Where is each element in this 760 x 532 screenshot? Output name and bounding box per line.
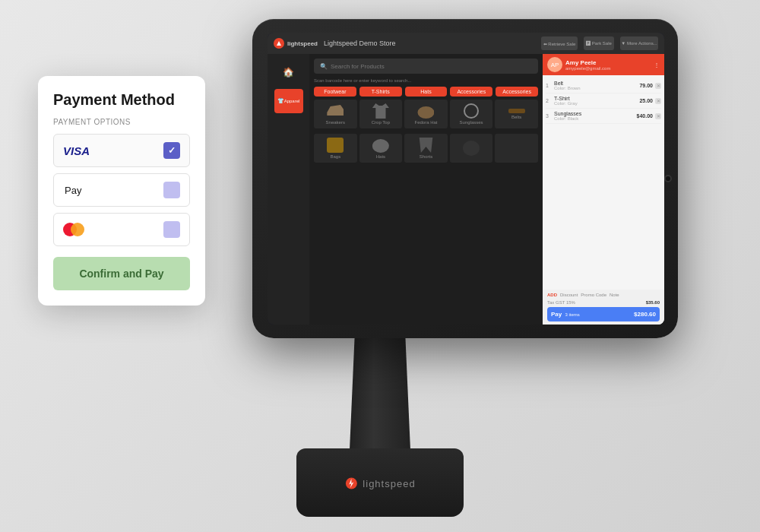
- cart-item-num-1: 1: [546, 83, 552, 88]
- customer-name: Amy Peele: [565, 59, 651, 66]
- cart-item-delete-2[interactable]: ✕: [655, 98, 661, 104]
- product-bags-label: Bags: [330, 154, 340, 159]
- payment-option-mastercard[interactable]: [53, 213, 190, 246]
- category-hats[interactable]: Hats: [405, 87, 448, 97]
- customer-options-icon[interactable]: ⋮: [654, 62, 660, 68]
- cart-item-2: 2 T-Shirt Color: Gray 25.00 ✕: [546, 93, 661, 109]
- product-hat-label: Fedora Hat: [414, 120, 437, 125]
- cart-item-3: 3 Sunglasses Color: Black $40.00 ✕: [546, 109, 661, 124]
- note-link[interactable]: Note: [610, 293, 619, 297]
- modal-title: Payment Method: [53, 91, 190, 109]
- more-btn[interactable]: ▼ More Actions...: [620, 36, 658, 50]
- customer-email: amypeele@gmail.com: [565, 66, 651, 71]
- product-shorts-label: Shorts: [420, 154, 432, 159]
- cart-items-list: 1 Belt Color: Brown 79.00 ✕ 2 T-Shirt Co…: [543, 75, 664, 290]
- category-accessories2[interactable]: Accessories: [496, 87, 538, 97]
- cart-item-name-2: T-Shirt Color: Gray: [554, 96, 637, 106]
- cart-item-delete-3[interactable]: ✕: [655, 113, 661, 119]
- confirm-pay-button[interactable]: Confirm and Pay: [53, 257, 190, 290]
- cart-item-delete-1[interactable]: ✕: [655, 83, 661, 89]
- tax-amount: $35.60: [646, 300, 660, 305]
- mastercard-icon: [63, 223, 84, 236]
- product-sneakers[interactable]: Sneakers: [314, 100, 357, 128]
- cart-item-sub-1: Color: Brown: [554, 86, 637, 90]
- tablet-center-panel: 🔍 Search for Products Scan barcode here …: [309, 54, 543, 325]
- cart-item-num-3: 3: [546, 113, 552, 119]
- croptop-img: [372, 103, 389, 119]
- product-empty2: [495, 134, 538, 163]
- category-tshirts[interactable]: T-Shirts: [359, 87, 402, 97]
- cart-item-name-3: Sunglasses Color: Black: [554, 111, 635, 121]
- park-sale-btn[interactable]: 🅿 Park Sale: [584, 36, 614, 50]
- tablet-logo: lightspeed: [274, 38, 318, 49]
- cart-item-title-2: T-Shirt: [554, 96, 637, 101]
- retail-sale-btn[interactable]: ⬅ Retrieve Sale: [541, 36, 578, 50]
- product-grid-row1: Sneakers Crop Top Fedora Hat Sunglasses: [314, 100, 538, 128]
- visa-checkbox: ✓: [163, 142, 180, 159]
- sidebar-apparel-icon: 👕: [277, 98, 284, 104]
- product-belts-label: Belts: [511, 115, 521, 119]
- add-button[interactable]: ADD: [547, 293, 557, 297]
- hat-img: [417, 103, 434, 119]
- tablet-sidebar: 🏠 👕 Apparel: [268, 54, 309, 325]
- product-bags[interactable]: Bags: [314, 134, 357, 163]
- category-footwear[interactable]: Footwear: [314, 87, 356, 97]
- search-bar[interactable]: 🔍 Search for Products: [314, 59, 538, 74]
- stand-brand-area: lightspeed: [344, 477, 415, 490]
- product-empty1: [450, 134, 493, 163]
- sidebar-item-home[interactable]: 🏠: [274, 60, 303, 84]
- visa-label: VISA: [63, 144, 163, 157]
- product-hat[interactable]: Fedora Hat: [404, 100, 448, 128]
- category-row: Footwear T-Shirts Hats Accessories Acces…: [314, 87, 538, 97]
- cart-actions-row: ADD Discount Promo Code Note: [547, 293, 660, 297]
- belts-img: [508, 109, 525, 113]
- pay-amount: $280.60: [634, 311, 656, 318]
- hats2-img: [372, 138, 389, 153]
- shorts-img: [417, 138, 434, 153]
- tablet-device: lightspeed Lightspeed Demo Store ⬅ Retri…: [252, 19, 678, 338]
- sunglasses-img: [464, 103, 479, 119]
- cart-item-sub-3: Color: Black: [554, 116, 635, 121]
- search-hint: Scan barcode here or enter keyword to se…: [314, 78, 538, 83]
- product-croptop-label: Crop Top: [372, 120, 390, 125]
- cart-item-name-1: Belt Color: Brown: [554, 81, 637, 90]
- product-sunglasses-label: Sunglasses: [460, 120, 483, 125]
- discount-link[interactable]: Discount: [560, 293, 578, 297]
- tablet-cart-panel: AP Amy Peele amypeele@gmail.com ⋮ 1 Belt…: [543, 54, 664, 325]
- tablet-content: 🏠 👕 Apparel 🔍 Search for Products Scan b…: [268, 54, 664, 325]
- pay-button[interactable]: Pay 3 items $280.60: [547, 307, 660, 321]
- tablet-nav-icons: ⬅ Retrieve Sale 🅿 Park Sale ▼ More Actio…: [541, 36, 658, 50]
- cart-item-price-1: 79.00: [639, 83, 653, 88]
- tablet-top-bar: lightspeed Lightspeed Demo Store ⬅ Retri…: [268, 33, 664, 54]
- cart-item-sub-2: Color: Gray: [554, 101, 637, 106]
- promo-link[interactable]: Promo Code: [581, 293, 606, 297]
- applepay-checkbox: [163, 182, 180, 198]
- cart-tax-row: Tax GST 15% $35.60: [547, 300, 660, 305]
- product-belts[interactable]: Belts: [495, 100, 538, 128]
- product-shorts[interactable]: Shorts: [404, 134, 448, 163]
- product-grid-row2: Bags Hats Shorts: [314, 134, 538, 163]
- cart-footer: ADD Discount Promo Code Note Tax GST 15%…: [543, 290, 664, 325]
- cart-item-title-3: Sunglasses: [554, 111, 635, 116]
- search-icon: 🔍: [320, 63, 328, 70]
- applepay-label: Pay: [63, 185, 163, 196]
- bags-img: [327, 138, 344, 153]
- modal-subtitle: Payment Options: [53, 118, 190, 126]
- product-sunglasses[interactable]: Sunglasses: [450, 100, 493, 128]
- brand-text: lightspeed: [363, 478, 415, 489]
- tax-label: Tax GST 15%: [547, 300, 575, 305]
- customer-info: Amy Peele amypeele@gmail.com: [565, 59, 651, 71]
- empty1-img: [463, 141, 480, 156]
- category-accessories1[interactable]: Accessories: [450, 87, 492, 97]
- product-hats2[interactable]: Hats: [359, 134, 403, 163]
- payment-option-applepay[interactable]: Pay: [53, 173, 190, 207]
- ls-logo-icon: [274, 38, 284, 49]
- pay-label: Pay 3 items: [551, 311, 580, 318]
- product-croptop[interactable]: Crop Top: [359, 100, 403, 128]
- tablet-screen: lightspeed Lightspeed Demo Store ⬅ Retri…: [268, 33, 664, 325]
- sidebar-apparel-label: Apparel: [284, 99, 300, 103]
- payment-option-visa[interactable]: VISA ✓: [53, 134, 190, 167]
- product-hats2-label: Hats: [376, 154, 385, 159]
- sidebar-item-apparel[interactable]: 👕 Apparel: [274, 89, 303, 113]
- payment-modal: Payment Method Payment Options VISA ✓ Pa…: [38, 76, 205, 306]
